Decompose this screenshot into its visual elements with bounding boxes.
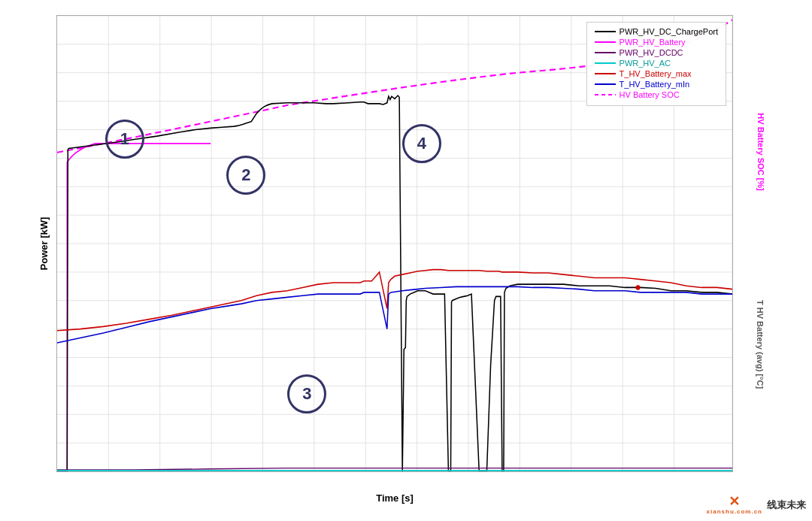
y-axis-right-label-soc: HV Battery SOC [%] [756,114,765,191]
watermark-brand: 线束未来 [767,498,806,512]
x-axis-label: Time [s] [376,492,414,504]
annotation-2: 2 [226,156,265,195]
legend-item-5: T_HV_Battery_mIn [595,80,718,89]
annotation-3: 3 [287,374,326,413]
annotation-1: 1 [105,120,144,159]
chart-plot-area: 320 300 280 260 240 220 200 180 160 140 … [56,15,733,472]
watermark: ✕ xianshu.com.cn 线束未来 [707,495,806,515]
legend-item-6: HV Battery SOC [595,90,718,99]
legend-item-2: PWR_HV_DCDC [595,48,718,57]
y-axis-right-label-temp: T HV Battery (avg) [°C] [756,300,765,389]
legend-item-1: PWR_HV_Battery [595,38,718,47]
annotation-4: 4 [402,124,441,163]
legend-item-0: PWR_HV_DC_ChargePort [595,27,718,36]
legend-item-4: T_HV_Battery_max [595,69,718,78]
svg-point-30 [635,285,640,289]
y-axis-left-label: Power [kW] [38,217,50,271]
legend: PWR_HV_DC_ChargePort PWR_HV_Battery PWR_… [586,22,726,106]
legend-item-3: PWR_HV_AC [595,59,718,68]
